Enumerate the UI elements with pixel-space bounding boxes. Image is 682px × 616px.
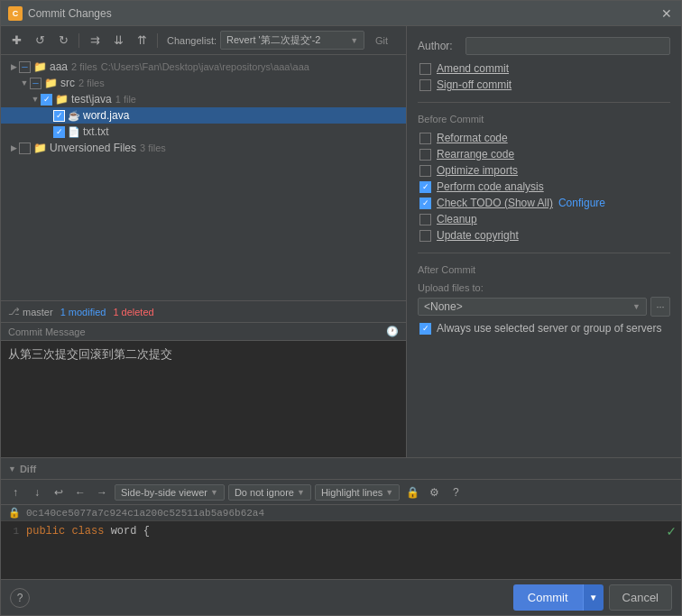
add-button[interactable]: ✚ — [6, 31, 26, 51]
checkbox-src[interactable]: ─ — [30, 78, 41, 89]
cancel-button[interactable]: Cancel — [609, 584, 672, 611]
rearrange-row: Rearrange code — [418, 148, 670, 161]
signoff-row: Sign-off commit — [418, 78, 670, 91]
help-button[interactable]: ? — [10, 588, 30, 608]
txt-file-icon: 📄 — [68, 126, 80, 138]
changelist-value: Revert '第二次提交'-2 — [226, 33, 320, 47]
amend-checkbox[interactable] — [419, 63, 431, 75]
cleanup-checkbox[interactable] — [419, 214, 431, 225]
redo-button[interactable]: ↻ — [53, 31, 73, 51]
gear-icon[interactable]: ⚙ — [425, 483, 443, 501]
checkbox-txttxt[interactable]: ✓ — [53, 126, 65, 138]
divider1 — [418, 102, 670, 103]
viewer-dropdown[interactable]: Side-by-side viewer ▼ — [115, 484, 225, 501]
dropdown-arrow-icon: ▼ — [632, 302, 641, 311]
window-title: Commit Changes — [28, 7, 659, 20]
git-label: Git — [375, 35, 388, 46]
tree-item-aaa[interactable]: ▶ ─ 📁 aaa 2 files C:\Users\Fan\Desktop\j… — [1, 59, 406, 75]
tree-item-txttxt[interactable]: ✓ 📄 txt.txt — [1, 124, 406, 140]
always-checkbox[interactable]: ✓ — [419, 323, 431, 335]
author-input[interactable] — [465, 37, 670, 55]
diff-up-button[interactable]: ↑ — [6, 483, 24, 501]
viewer-label: Side-by-side viewer — [121, 487, 207, 498]
folder-icon: 📁 — [55, 93, 69, 106]
keyword-public: public — [26, 525, 65, 538]
optimize-label: Optimize imports — [437, 164, 518, 177]
expand-arrow-icon: ▼ — [19, 78, 30, 88]
commit-dropdown-arrow-icon: ▼ — [589, 593, 598, 602]
diff-collapse-icon[interactable]: ▼ — [8, 464, 16, 473]
diff-left-button[interactable]: ← — [71, 483, 89, 501]
checkbox-wordjava[interactable]: ✓ — [53, 110, 65, 122]
copyright-label: Update copyright — [437, 229, 519, 242]
reformat-checkbox[interactable] — [419, 133, 431, 144]
commit-button[interactable]: Commit — [513, 584, 583, 611]
commit-dropdown-button[interactable]: ▼ — [583, 584, 604, 611]
changelist-dropdown[interactable]: Revert '第二次提交'-2 ▼ — [220, 31, 364, 50]
commit-message-area: Commit Message 🕐 从第三次提交回滚到第二次提交 — [1, 322, 406, 457]
collapse-button[interactable]: ⇈ — [132, 31, 152, 51]
rearrange-label: Rearrange code — [437, 148, 514, 161]
amend-row: Amend commit — [418, 62, 670, 75]
expand-arrow-icon — [42, 110, 53, 121]
main-content: ✚ ↺ ↻ ⇉ ⇊ ⇈ Changelist: Revert '第二次提交'-2… — [1, 26, 681, 457]
optimize-checkbox[interactable] — [419, 165, 431, 177]
tree-item-label: aaa — [50, 60, 68, 73]
perform-checkbox[interactable]: ✓ — [419, 181, 431, 193]
ignore-dropdown[interactable]: Do not ignore ▼ — [228, 484, 311, 501]
right-panel: Author: Amend commit Sign-off commit Bef… — [407, 26, 681, 457]
upload-select[interactable]: <None> ▼ — [418, 298, 647, 316]
copyright-checkbox[interactable] — [419, 230, 431, 242]
lock-icon[interactable]: 🔒 — [403, 483, 421, 501]
always-row: ✓ Always use selected server or group of… — [418, 322, 670, 335]
checkbox-aaa[interactable]: ─ — [19, 61, 31, 73]
expand-arrow-icon — [42, 126, 53, 137]
file-tree[interactable]: ▶ ─ 📁 aaa 2 files C:\Users\Fan\Desktop\j… — [1, 55, 406, 300]
clock-icon: 🕐 — [386, 326, 399, 337]
tree-item-path: C:\Users\Fan\Desktop\java\repositorys\aa… — [101, 61, 309, 72]
signoff-checkbox[interactable] — [419, 79, 431, 91]
tree-item-label: txt.txt — [83, 125, 109, 138]
dropdown-arrow-icon: ▼ — [210, 488, 218, 497]
diff-hash-row: 🔒 0c140ce5077a7c924c1a200c52511ab5a96b62… — [1, 505, 681, 521]
expand-button[interactable]: ⇊ — [108, 31, 128, 51]
commit-message-input[interactable]: 从第三次提交回滚到第二次提交 — [1, 341, 406, 457]
commit-message-label: Commit Message — [8, 326, 86, 337]
reformat-label: Reformat code — [437, 132, 508, 144]
dropdown-arrow-icon: ▼ — [385, 488, 393, 497]
diff-ok-icon: ✓ — [667, 522, 676, 540]
close-button[interactable]: ✕ — [659, 6, 674, 21]
diff-right-button[interactable]: → — [93, 483, 111, 501]
upload-more-button[interactable]: ··· — [650, 297, 670, 317]
dropdown-arrow-icon: ▼ — [297, 488, 305, 497]
folder-icon: 📁 — [33, 142, 47, 154]
reformat-row: Reformat code — [418, 132, 670, 144]
move-button[interactable]: ⇉ — [85, 31, 105, 51]
tree-item-unversioned[interactable]: ▶ 📁 Unversioned Files 3 files — [1, 140, 406, 156]
checkbox-testjava[interactable]: ✓ — [41, 94, 52, 106]
tree-item-label: test\java — [71, 93, 112, 106]
configure-link[interactable]: Configure — [558, 197, 605, 209]
upload-label: Upload files to: — [418, 282, 670, 293]
expand-arrow-icon: ▶ — [8, 143, 19, 153]
commit-message-header: Commit Message 🕐 — [1, 323, 406, 341]
branch-icon: ⎇ — [8, 306, 20, 317]
highlight-dropdown[interactable]: Highlight lines ▼ — [315, 484, 400, 501]
tree-item-testjava[interactable]: ▼ ✓ 📁 test\java 1 file — [1, 91, 406, 107]
tree-item-wordjava[interactable]: ✓ ☕ word.java — [1, 107, 406, 124]
commit-changes-window: C Commit Changes ✕ ✚ ↺ ↻ ⇉ ⇊ ⇈ Changelis… — [0, 0, 682, 616]
diff-prev-button[interactable]: ↩ — [50, 483, 68, 501]
copyright-row: Update copyright — [418, 229, 670, 242]
tree-item-meta: 2 files — [78, 78, 105, 88]
diff-down-button[interactable]: ↓ — [28, 483, 46, 501]
branch-info: ⎇ master — [8, 306, 53, 317]
cleanup-row: Cleanup — [418, 213, 670, 225]
checktodo-checkbox[interactable]: ✓ — [419, 198, 431, 209]
status-bar-left: ⎇ master 1 modified 1 deleted — [1, 300, 406, 322]
tree-item-src[interactable]: ▼ ─ 📁 src 2 files — [1, 75, 406, 91]
undo-button[interactable]: ↺ — [30, 31, 50, 51]
checkbox-unversioned[interactable] — [19, 143, 31, 154]
divider2 — [418, 253, 670, 253]
rearrange-checkbox[interactable] — [419, 149, 431, 161]
help-icon[interactable]: ? — [447, 483, 465, 501]
